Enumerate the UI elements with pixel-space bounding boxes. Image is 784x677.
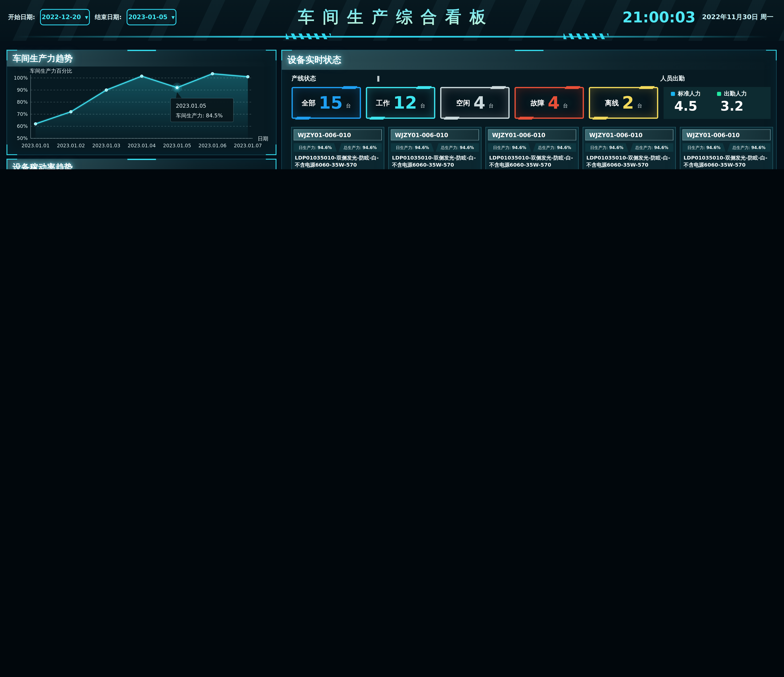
- svg-text:70%: 70%: [17, 111, 28, 117]
- status-filter-故障[interactable]: 故障4台: [515, 87, 584, 119]
- clock: 21:00:03 2022年11月30日 周一: [622, 9, 773, 26]
- status-filter-全部[interactable]: 全部15台: [291, 87, 361, 119]
- line-status-label: 产线状态: [291, 75, 316, 82]
- line-status-filter-row: 全部15台工作12台空闲4台故障4台离线2台: [291, 87, 658, 119]
- attendance-tile: 标准人力 4.5 出勤人力 3.2: [664, 87, 770, 119]
- daily-productivity-chip: 日生产力: 94.6%: [488, 143, 531, 152]
- status-label: 全部: [302, 98, 316, 107]
- total-productivity-chip: 总生产力: 94.6%: [630, 143, 673, 152]
- device-status-panel: 设备实时状态 产线状态 人员出勤 全部15台工作12台空闲4台故障4台离线2台 …: [281, 50, 777, 169]
- standard-manpower-legend-icon: [671, 92, 675, 96]
- standard-manpower-value: 4.5: [671, 99, 701, 113]
- status-count: 2: [622, 94, 634, 112]
- card-device-id: WJZY01-006-010: [585, 129, 674, 140]
- svg-text:2023.01.07: 2023.01.07: [234, 143, 262, 148]
- status-unit: 台: [563, 102, 568, 109]
- total-productivity-chip: 总生产力: 94.6%: [533, 143, 576, 152]
- card-device-id: WJZY01-006-010: [488, 129, 576, 140]
- svg-text:2023.01.01: 2023.01.01: [22, 143, 50, 148]
- status-count: 4: [473, 94, 485, 112]
- daily-productivity-chip: 日生产力: 94.6%: [391, 143, 434, 152]
- attendance-manpower-value: 3.2: [717, 99, 747, 113]
- svg-text:90%: 90%: [17, 87, 28, 93]
- utilization-trend-panel: 设备稼动率趋势 50%60%70%80%90%100%设备稼动率百分比日期202…: [6, 159, 277, 169]
- svg-text:50%: 50%: [17, 135, 28, 141]
- attendance-standard: 标准人力 4.5: [671, 90, 701, 119]
- header-divider: [0, 36, 784, 37]
- status-filter-空闲[interactable]: 空闲4台: [440, 87, 510, 119]
- panel-title: 设备实时状态: [282, 50, 776, 70]
- equipment-card[interactable]: WJZY01-006-010日生产力: 94.6%总生产力: 94.6%LDP0…: [583, 127, 676, 169]
- status-label: 工作: [376, 98, 390, 107]
- card-product-name: LDP01035010-双侧发光-防眩-白-不含电源6060-35W-570: [489, 155, 575, 169]
- chevron-down-icon: ▼: [171, 15, 175, 19]
- card-device-id: WJZY01-006-010: [391, 129, 479, 140]
- productivity-line-chart: 50%60%70%80%90%100%车间生产力百分比日期2023.01.012…: [10, 67, 272, 152]
- svg-text:2023.01.04: 2023.01.04: [128, 143, 156, 148]
- equipment-card[interactable]: WJZY01-006-010日生产力: 94.6%总生产力: 94.6%LDP0…: [485, 127, 579, 169]
- card-product-name: LDP01035010-双侧发光-防眩-白-不含电源6060-35W-570: [683, 155, 769, 169]
- clock-date: 2022年11月30日 周一: [702, 13, 773, 22]
- status-count: 15: [319, 94, 342, 112]
- status-unit: 台: [420, 102, 425, 109]
- status-label: 离线: [605, 98, 619, 107]
- status-label: 故障: [530, 98, 544, 107]
- svg-text:60%: 60%: [17, 123, 28, 129]
- status-count: 4: [548, 94, 560, 112]
- svg-text:2023.01.02: 2023.01.02: [57, 143, 85, 148]
- status-filter-工作[interactable]: 工作12台: [366, 87, 435, 119]
- daily-productivity-chip: 日生产力: 94.6%: [294, 143, 337, 152]
- date-range-controls: 开始日期: 2022-12-20 ▼ 结束日期: 2023-01-05 ▼: [8, 9, 176, 25]
- chevron-down-icon: ▼: [85, 15, 88, 19]
- card-product-name: LDP01035010-双侧发光-防眩-白-不含电源6060-35W-570: [392, 155, 478, 169]
- card-device-id: WJZY01-006-010: [294, 129, 382, 140]
- dashboard-root: 开始日期: 2022-12-20 ▼ 结束日期: 2023-01-05 ▼ 车间…: [0, 0, 784, 169]
- total-productivity-chip: 总生产力: 94.6%: [339, 143, 382, 152]
- cursor-decoration: [377, 76, 379, 81]
- card-product-name: LDP01035010-双侧发光-防眩-白-不含电源6060-35W-570: [295, 155, 381, 169]
- svg-text:80%: 80%: [17, 99, 28, 105]
- top-header: 开始日期: 2022-12-20 ▼ 结束日期: 2023-01-05 ▼ 车间…: [0, 0, 784, 41]
- panel-title: 车间生产力趋势: [7, 50, 276, 67]
- svg-text:100%: 100%: [14, 75, 28, 81]
- daily-productivity-chip: 日生产力: 94.6%: [682, 143, 726, 152]
- equipment-card[interactable]: WJZY01-006-010日生产力: 94.6%总生产力: 94.6%LDP0…: [291, 127, 384, 169]
- total-productivity-chip: 总生产力: 94.6%: [436, 143, 479, 152]
- total-productivity-chip: 总生产力: 94.6%: [727, 143, 770, 152]
- svg-text:2023.01.05: 2023.01.05: [163, 143, 191, 148]
- status-unit: 台: [637, 102, 642, 109]
- attendance-manpower-legend-icon: [717, 92, 721, 96]
- daily-productivity-chip: 日生产力: 94.6%: [585, 143, 628, 152]
- equipment-card[interactable]: WJZY01-006-010日生产力: 94.6%总生产力: 94.6%LDP0…: [388, 127, 482, 169]
- status-label: 空闲: [456, 98, 470, 107]
- subsection-labels: 产线状态 人员出勤: [291, 75, 770, 82]
- card-product-name: LDP01035010-双侧发光-防眩-白-不含电源6060-35W-570: [586, 155, 672, 169]
- card-device-id: WJZY01-006-010: [682, 129, 771, 140]
- svg-text:2023.01.03: 2023.01.03: [92, 143, 120, 148]
- end-date-value: 2023-01-05: [128, 14, 168, 21]
- svg-text:2023.01.06: 2023.01.06: [199, 143, 227, 148]
- status-unit: 台: [346, 102, 351, 109]
- equipment-card-grid: WJZY01-006-010日生产力: 94.6%总生产力: 94.6%LDP0…: [291, 127, 773, 169]
- svg-text:日期: 日期: [258, 135, 268, 142]
- start-date-value: 2022-12-20: [42, 14, 81, 21]
- equipment-card[interactable]: WJZY01-006-010日生产力: 94.6%总生产力: 94.6%LDP0…: [680, 127, 773, 169]
- productivity-trend-panel: 车间生产力趋势 50%60%70%80%90%100%车间生产力百分比日期202…: [6, 50, 277, 155]
- svg-text:车间生产力百分比: 车间生产力百分比: [30, 68, 72, 74]
- attendance-label: 人员出勤: [660, 75, 685, 82]
- end-date-label: 结束日期:: [95, 13, 122, 21]
- start-date-label: 开始日期:: [8, 13, 35, 21]
- status-filter-离线[interactable]: 离线2台: [589, 87, 658, 119]
- status-unit: 台: [488, 102, 493, 109]
- panel-title: 设备稼动率趋势: [7, 159, 276, 169]
- svg-text:车间生产力: 84.5%: 车间生产力: 84.5%: [176, 113, 223, 119]
- svg-text:2023.01.05: 2023.01.05: [176, 103, 206, 109]
- status-count: 12: [393, 94, 417, 112]
- attendance-actual: 出勤人力 3.2: [717, 90, 747, 119]
- start-date-picker[interactable]: 2022-12-20 ▼: [40, 9, 90, 25]
- clock-time: 21:00:03: [622, 9, 695, 26]
- end-date-picker[interactable]: 2023-01-05 ▼: [126, 9, 176, 25]
